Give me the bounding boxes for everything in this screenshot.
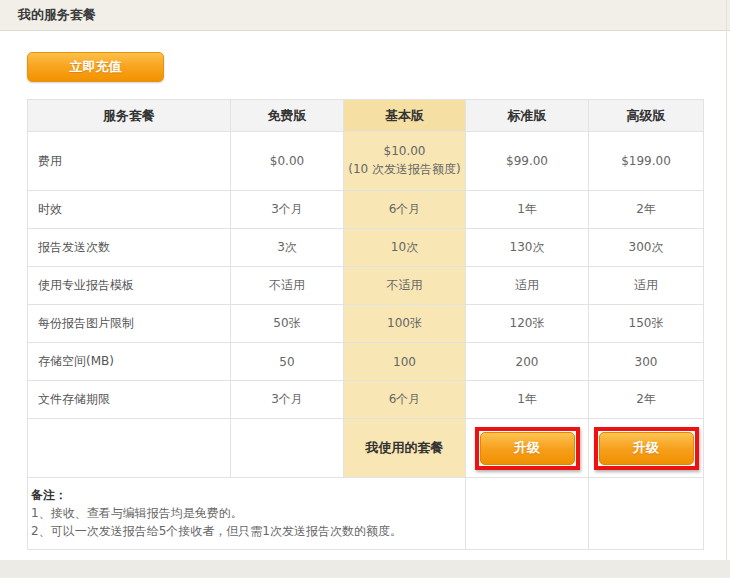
page-title: 我的服务套餐 — [18, 6, 96, 24]
row-label: 报告发送次数 — [28, 229, 231, 267]
recharge-now-button[interactable]: 立即充值 — [27, 52, 164, 82]
table-row: 时效 3个月 6个月 1年 2年 — [28, 191, 704, 229]
row-label: 每份报告图片限制 — [28, 305, 231, 343]
upgrade-premium-button[interactable]: 升级 — [599, 432, 694, 465]
table-header-row: 服务套餐 免费版 基本版 标准版 高级版 — [28, 100, 704, 132]
cell-free: 不适用 — [231, 267, 344, 305]
cell-standard: 1年 — [466, 381, 589, 419]
cell-free: $0.00 — [231, 132, 344, 191]
row-label: 费用 — [28, 132, 231, 191]
note-item: 1、接收、查看与编辑报告均是免费的。 — [31, 504, 459, 522]
cell-basic: $10.00 (10 次发送报告额度) — [344, 132, 466, 191]
row-label: 使用专业报告模板 — [28, 267, 231, 305]
cell-free: 3次 — [231, 229, 344, 267]
notes-block: 备注： 1、接收、查看与编辑报告均是免费的。 2、可以一次发送报告给5个接收者，… — [28, 478, 466, 550]
cell-premium: 2年 — [589, 381, 704, 419]
column-header-basic: 基本版 — [344, 100, 466, 132]
cell-premium: 150张 — [589, 305, 704, 343]
cell-basic: 100张 — [344, 305, 466, 343]
cell-basic: 100 — [344, 343, 466, 381]
page-bottom-strip — [0, 560, 730, 578]
notes-title: 备注： — [31, 486, 459, 504]
cell-premium: $199.00 — [589, 132, 704, 191]
cell-basic: 6个月 — [344, 191, 466, 229]
note-item: 2、可以一次发送报告给5个接收者，但只需1次发送报告次数的额度。 — [31, 522, 459, 540]
table-row: 文件存储期限 3个月 6个月 1年 2年 — [28, 381, 704, 419]
plan-comparison-table: 服务套餐 免费版 基本版 标准版 高级版 费用 $0.00 $10.00 (10… — [27, 99, 704, 550]
cell-premium: 适用 — [589, 267, 704, 305]
cell-empty — [466, 478, 589, 550]
cell-standard: 适用 — [466, 267, 589, 305]
page-right-border — [726, 0, 727, 560]
service-plan-page: 我的服务套餐 立即充值 服务套餐 免费版 基本版 标准版 高级版 费用 $0.0… — [0, 0, 730, 578]
red-highlight-box: 升级 — [594, 427, 699, 470]
cell-free: 3个月 — [231, 381, 344, 419]
cell-standard: 130次 — [466, 229, 589, 267]
basic-price-note: (10 次发送报告额度) — [344, 161, 465, 178]
table-row: 报告发送次数 3次 10次 130次 300次 — [28, 229, 704, 267]
main-content: 立即充值 服务套餐 免费版 基本版 标准版 高级版 费用 $0.00 — [0, 31, 730, 550]
page-header-bar: 我的服务套餐 — [0, 0, 730, 31]
cell-basic: 10次 — [344, 229, 466, 267]
current-plan-label: 我使用的套餐 — [344, 419, 466, 478]
red-highlight-box: 升级 — [475, 427, 580, 470]
table-notes-row: 备注： 1、接收、查看与编辑报告均是免费的。 2、可以一次发送报告给5个接收者，… — [28, 478, 704, 550]
column-header-free: 免费版 — [231, 100, 344, 132]
table-row: 每份报告图片限制 50张 100张 120张 150张 — [28, 305, 704, 343]
row-label: 存储空间(MB) — [28, 343, 231, 381]
table-action-row: 我使用的套餐 升级 升级 — [28, 419, 704, 478]
cell-standard: 200 — [466, 343, 589, 381]
basic-price: $10.00 — [384, 144, 426, 158]
cell-premium: 2年 — [589, 191, 704, 229]
cell-empty — [589, 478, 704, 550]
cell-empty — [28, 419, 231, 478]
cell-premium: 300次 — [589, 229, 704, 267]
cell-free: 50 — [231, 343, 344, 381]
column-header-premium: 高级版 — [589, 100, 704, 132]
table-row: 使用专业报告模板 不适用 不适用 适用 适用 — [28, 267, 704, 305]
cell-upgrade-standard: 升级 — [466, 419, 589, 478]
cell-standard: $99.00 — [466, 132, 589, 191]
column-header-standard: 标准版 — [466, 100, 589, 132]
cell-basic: 6个月 — [344, 381, 466, 419]
column-header-feature: 服务套餐 — [28, 100, 231, 132]
upgrade-standard-button[interactable]: 升级 — [480, 432, 575, 465]
cell-upgrade-premium: 升级 — [589, 419, 704, 478]
cell-premium: 300 — [589, 343, 704, 381]
cell-empty — [231, 419, 344, 478]
cell-basic: 不适用 — [344, 267, 466, 305]
cell-standard: 120张 — [466, 305, 589, 343]
table-row: 存储空间(MB) 50 100 200 300 — [28, 343, 704, 381]
row-label: 时效 — [28, 191, 231, 229]
row-label: 文件存储期限 — [28, 381, 231, 419]
cell-free: 50张 — [231, 305, 344, 343]
cell-standard: 1年 — [466, 191, 589, 229]
cell-free: 3个月 — [231, 191, 344, 229]
table-row: 费用 $0.00 $10.00 (10 次发送报告额度) $99.00 $199… — [28, 132, 704, 191]
